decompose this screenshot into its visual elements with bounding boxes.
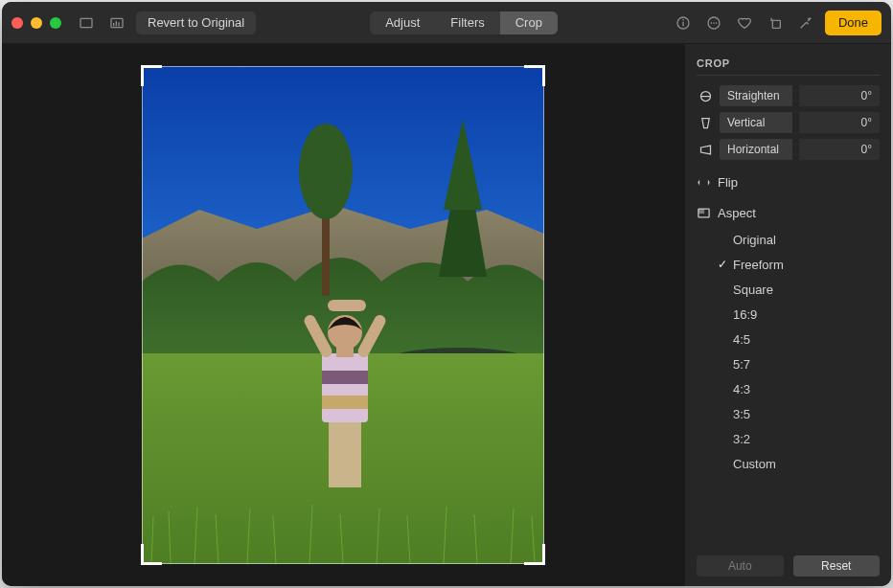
aspect-square[interactable]: Square bbox=[702, 277, 880, 302]
aspect-3-5[interactable]: 3:5 bbox=[702, 401, 880, 426]
crop-frame[interactable] bbox=[142, 66, 544, 564]
crop-edge-left[interactable] bbox=[142, 66, 143, 564]
close-window-button[interactable] bbox=[11, 17, 23, 29]
svg-rect-44 bbox=[698, 209, 704, 214]
horizontal-perspective-icon bbox=[697, 143, 714, 157]
tab-filters[interactable]: Filters bbox=[435, 11, 499, 34]
svg-point-10 bbox=[713, 22, 715, 24]
flip-button[interactable]: Flip bbox=[697, 170, 880, 194]
svg-rect-38 bbox=[328, 300, 366, 311]
svg-rect-35 bbox=[322, 396, 368, 409]
toolbar: Revert to Original Adjust Filters Crop D… bbox=[2, 2, 891, 44]
straighten-icon bbox=[697, 89, 714, 103]
svg-point-15 bbox=[299, 124, 353, 219]
panel-title: CROP bbox=[697, 57, 880, 76]
svg-rect-4 bbox=[118, 22, 119, 26]
svg-point-9 bbox=[710, 22, 712, 24]
auto-button[interactable]: Auto bbox=[697, 555, 784, 577]
aspect-5-7[interactable]: 5:7 bbox=[702, 351, 880, 376]
crop-handle-top-left[interactable] bbox=[141, 65, 162, 86]
tab-crop[interactable]: Crop bbox=[500, 11, 558, 34]
minimize-window-button[interactable] bbox=[31, 17, 42, 29]
window-controls bbox=[11, 17, 61, 29]
svg-rect-34 bbox=[322, 371, 368, 384]
vertical-perspective-icon bbox=[697, 116, 714, 130]
straighten-value[interactable]: 0° bbox=[798, 85, 880, 106]
svg-rect-6 bbox=[682, 21, 683, 26]
flip-label: Flip bbox=[718, 175, 738, 190]
aspect-label: Aspect bbox=[718, 206, 756, 220]
svg-rect-3 bbox=[116, 21, 117, 26]
crop-panel: CROP Straighten 0° Vertical 0° Hori bbox=[684, 44, 891, 586]
svg-rect-12 bbox=[772, 20, 780, 28]
aspect-header[interactable]: Aspect bbox=[697, 200, 880, 225]
aspect-original[interactable]: Original bbox=[702, 227, 880, 252]
horizontal-row[interactable]: Horizontal 0° bbox=[697, 137, 880, 162]
auto-enhance-icon[interactable] bbox=[794, 11, 817, 34]
more-icon[interactable] bbox=[702, 11, 725, 34]
zoom-to-fit-icon[interactable] bbox=[75, 11, 98, 34]
aspect-3-2[interactable]: 3:2 bbox=[702, 426, 880, 451]
horizontal-label: Horizontal bbox=[720, 139, 792, 160]
aspect-custom[interactable]: Custom bbox=[702, 451, 880, 476]
svg-rect-0 bbox=[80, 18, 92, 27]
svg-rect-7 bbox=[682, 19, 683, 20]
tab-adjust[interactable]: Adjust bbox=[370, 11, 435, 34]
photo-image bbox=[142, 66, 544, 564]
svg-rect-40 bbox=[336, 346, 354, 357]
crop-edge-bottom[interactable] bbox=[142, 563, 544, 564]
vertical-label: Vertical bbox=[720, 112, 792, 133]
straighten-label: Straighten bbox=[720, 85, 792, 106]
rotate-icon[interactable] bbox=[764, 11, 787, 34]
content-area: CROP Straighten 0° Vertical 0° Hori bbox=[2, 44, 891, 586]
svg-rect-2 bbox=[113, 23, 114, 26]
editor-window: Revert to Original Adjust Filters Crop D… bbox=[2, 2, 891, 586]
panel-footer: Auto Reset bbox=[697, 548, 880, 577]
crop-edge-right[interactable] bbox=[543, 66, 544, 564]
aspect-list: Original ✓Freeform Square 16:9 4:5 5:7 4… bbox=[702, 227, 880, 476]
edit-mode-tabs: Adjust Filters Crop bbox=[370, 11, 558, 34]
svg-point-11 bbox=[716, 22, 718, 24]
aspect-16-9[interactable]: 16:9 bbox=[702, 302, 880, 327]
aspect-icon bbox=[697, 206, 711, 220]
histogram-icon[interactable] bbox=[105, 11, 128, 34]
aspect-freeform[interactable]: ✓Freeform bbox=[702, 252, 880, 277]
zoom-window-button[interactable] bbox=[50, 17, 61, 29]
info-icon[interactable] bbox=[672, 11, 695, 34]
straighten-row[interactable]: Straighten 0° bbox=[697, 83, 880, 108]
crop-handle-bottom-right[interactable] bbox=[524, 544, 545, 565]
vertical-value[interactable]: 0° bbox=[798, 112, 880, 133]
revert-to-original-button[interactable]: Revert to Original bbox=[136, 11, 256, 34]
crop-handle-top-right[interactable] bbox=[524, 65, 545, 86]
photo-canvas[interactable] bbox=[2, 44, 684, 586]
horizontal-value[interactable]: 0° bbox=[798, 139, 880, 160]
reset-button[interactable]: Reset bbox=[793, 555, 881, 577]
svg-rect-32 bbox=[329, 420, 361, 487]
svg-rect-33 bbox=[322, 353, 368, 422]
crop-edge-top[interactable] bbox=[142, 66, 544, 67]
flip-icon bbox=[697, 175, 711, 190]
aspect-4-5[interactable]: 4:5 bbox=[702, 327, 880, 351]
vertical-row[interactable]: Vertical 0° bbox=[697, 110, 880, 135]
done-button[interactable]: Done bbox=[825, 11, 882, 35]
favorite-icon[interactable] bbox=[733, 11, 756, 34]
crop-handle-bottom-left[interactable] bbox=[141, 544, 162, 565]
aspect-4-3[interactable]: 4:3 bbox=[702, 376, 880, 401]
